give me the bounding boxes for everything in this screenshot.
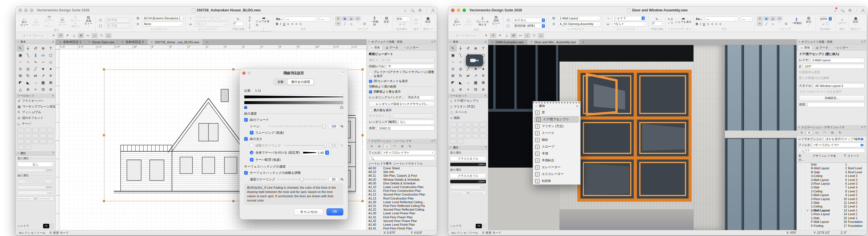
snap-icon[interactable]: ✕ <box>355 16 361 21</box>
view-mode-dropdown[interactable]: 2D/平面⌄ <box>105 18 131 23</box>
gear-icon[interactable]: ⚙ <box>418 8 422 12</box>
home-icon[interactable]: ⌂ <box>404 8 406 12</box>
design-layer-row[interactable]: 1-Ceiling12Level 1 <box>797 205 867 208</box>
zoom-level-dropdown[interactable]: 31%⌄ <box>394 16 410 21</box>
tool-icon[interactable]: ↖ <box>449 45 457 52</box>
far-marker[interactable] <box>340 106 343 109</box>
library-icon[interactable] <box>457 128 464 133</box>
sheet-layer-row[interactable]: A1.32Second Floor Power Plan <box>367 219 437 223</box>
view-bar-icon[interactable]: ⊟ <box>97 18 103 22</box>
near-marker[interactable] <box>244 106 247 109</box>
change-reference-link[interactable]: 位置基準を変更 <box>799 70 820 74</box>
library-icon[interactable] <box>479 133 486 138</box>
glasses-icon[interactable]: ∞ <box>188 22 193 26</box>
building-tool-item[interactable]: ▯手摺結合 <box>533 157 580 164</box>
zoom-window-icon[interactable] <box>30 8 33 12</box>
view-nav-button[interactable]: ←前の ビュー <box>20 16 29 27</box>
render-teapot-icon[interactable]: ◔ <box>605 16 611 21</box>
close-window-icon[interactable] <box>451 8 455 12</box>
mode-icon[interactable]: ⌂ <box>538 33 544 38</box>
style-dropdown[interactable]: AF-Window Layout 3⌄ <box>813 83 865 88</box>
underline-button[interactable]: U <box>703 22 705 26</box>
library-icon[interactable] <box>25 128 31 133</box>
sheet-layer-row[interactable]: A0.30Door Details & Schedule <box>367 181 437 185</box>
toolset-item[interactable]: ◺テーパ <box>16 121 55 127</box>
snap-icon[interactable]: ▣ <box>763 16 769 21</box>
library-icon[interactable] <box>465 128 471 133</box>
align-left-button[interactable]: ≡ <box>707 22 709 26</box>
design-layer-row[interactable]: 2-Ceiling8Level 2 <box>797 190 867 193</box>
show-2d-components-checkbox[interactable]: ✓2Dコンポーネントを表示 <box>369 79 435 83</box>
building-tool-item[interactable]: ▯ドア/窓アセンブリ <box>534 116 579 123</box>
library-icon[interactable] <box>25 139 31 144</box>
ok-button[interactable]: OK <box>327 208 343 215</box>
toolset-item[interactable]: ⇱プッシュ/プル <box>16 109 55 115</box>
tool-icon[interactable]: ∩ <box>24 59 32 65</box>
design-layer-row[interactable]: Grid1 <box>797 163 867 166</box>
shadow-more-button[interactable]: ⋮ <box>51 224 54 228</box>
user-account-icon[interactable] <box>861 9 864 12</box>
view-nav-button[interactable]: →次の ビュー <box>31 16 41 27</box>
projection-dropdown[interactable]: 2D 平面⌄ <box>105 23 131 28</box>
density-field[interactable]: 50 <box>329 177 339 181</box>
view-nav-button[interactable]: ⧉登録 ビュー <box>491 15 501 28</box>
scale-lineweight-radio[interactable] <box>250 144 253 147</box>
mode-icon[interactable]: ▭ <box>517 33 524 38</box>
building-tool-item[interactable]: ▯スロープ <box>533 143 580 150</box>
references-icon[interactable]: ↻ <box>407 144 413 149</box>
attributes-palette-header[interactable]: ✕属性? <box>448 145 488 150</box>
tool-icon[interactable]: → <box>464 79 472 86</box>
minimize-window-icon[interactable] <box>457 8 460 12</box>
new-tab-button[interactable]: + <box>580 39 587 45</box>
z-field[interactable]: 10'0" <box>803 64 865 69</box>
detach-wall-link[interactable]: 壁との関連付けを解除 <box>799 76 829 80</box>
sheet-layer-row[interactable]: A1.12Second Floor Construction Plan <box>367 193 437 196</box>
show-jobs-button[interactable]: ☁ジョブを表示 <box>255 15 272 30</box>
snap-icon[interactable]: ⌒ <box>355 21 361 26</box>
design-layer-row[interactable]: 2-Wall Layout9Level 2 <box>797 193 867 197</box>
document-tab[interactable]: ✕名称未設定 2 <box>118 39 148 45</box>
sheet-layer-row[interactable]: A1.10Lower Level Construction Plan <box>367 185 437 189</box>
saved-views-icon[interactable]: ⧉ <box>829 130 836 135</box>
document-tab[interactable]: ✕DWA Examples.vwx <box>488 39 527 45</box>
mode-icon[interactable]: ⇗ <box>497 33 503 38</box>
document-tab[interactable]: ✕Door and Win...Assembly.vwx <box>527 39 580 45</box>
library-icon[interactable] <box>40 139 46 144</box>
autoplane-toggle[interactable]: オートプレーン <box>19 34 44 38</box>
cube-icon[interactable]: ◻ <box>97 24 103 28</box>
line-opacity-bar[interactable]: 100% <box>450 179 486 183</box>
fit-objects-icon[interactable]: ⌕ <box>823 22 825 26</box>
traffic-lights[interactable] <box>451 8 466 12</box>
basic-palette-header[interactable]: ✕基本≡ <box>448 39 488 44</box>
design-layer-row[interactable]: 2-Slab11Level 2 <box>797 201 867 205</box>
font-size-dropdown[interactable]: ---⌄ <box>741 16 752 21</box>
line-weight-field[interactable]: 0.25 <box>450 185 486 189</box>
tool-icon[interactable]: T <box>47 45 55 52</box>
tab-general[interactable]: 全般 <box>274 79 287 85</box>
tool-icon[interactable]: ● <box>47 65 55 72</box>
tool-icon[interactable]: ✕ <box>47 72 55 79</box>
document-tab[interactable]: ✕250728_Ashar...use_BLDG.vwx <box>148 39 203 45</box>
document-tab[interactable]: ✕名称未設定 1 <box>56 39 85 45</box>
marker-dropdown[interactable] <box>37 196 54 201</box>
tool-icon[interactable]: ⊟ <box>39 86 47 93</box>
library-icon[interactable] <box>479 128 486 133</box>
tool-icon[interactable]: △ <box>17 86 24 93</box>
design-layers-icon[interactable]: ≋ <box>806 130 813 135</box>
line-opacity-bar[interactable]: 100% <box>18 185 54 189</box>
sheet-layer-row[interactable]: A1.20Lower Level Reflected Ceiling... <box>367 200 437 204</box>
tool-icon[interactable]: ↺ <box>464 45 472 52</box>
search-input[interactable] <box>368 156 435 161</box>
tool-icon[interactable]: ⊞ <box>17 72 24 79</box>
tool-icon[interactable]: △ <box>449 86 457 93</box>
align-justify-button[interactable]: ≡ <box>300 22 302 26</box>
font-size-dropdown[interactable]: ---⌄ <box>319 16 331 21</box>
tone-slider[interactable] <box>269 124 327 128</box>
taper-width-picker[interactable]: 1.40⇕ <box>302 149 331 156</box>
layer-filter-dropdown[interactable]: <すべてのレイヤ>⇕ <box>812 142 865 147</box>
sheet-layer-row[interactable]: A1.31First Floor Power Plan <box>367 215 437 219</box>
design-layer-row[interactable]: 3-Wall Layout5Level 3 <box>797 178 867 182</box>
show-jobs-button[interactable]: ☁ジョブを表示 <box>675 16 691 27</box>
camera-effects-dropdown[interactable]: <なし>⌄ <box>195 22 227 27</box>
toolset-item[interactable]: ≡階段 <box>448 115 488 121</box>
